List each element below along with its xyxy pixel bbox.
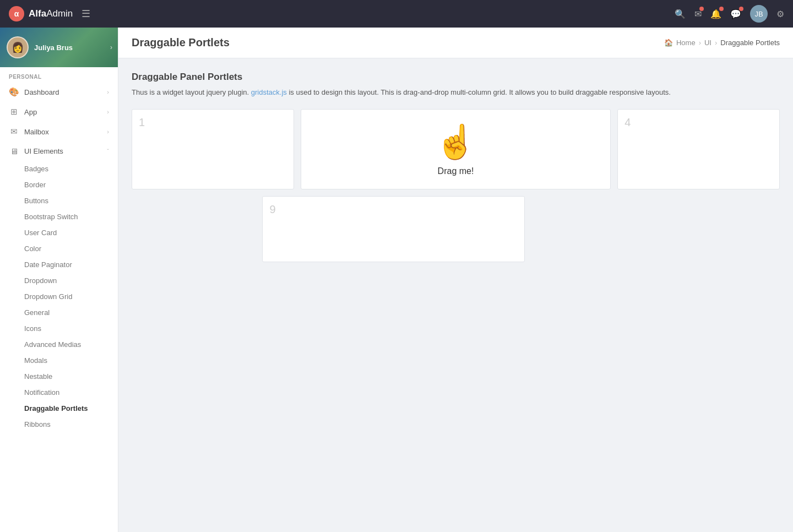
drag-hand-icon: ☝	[435, 122, 476, 162]
mailbox-icon: ✉	[9, 127, 19, 137]
breadcrumb: 🏠 Home › UI › Draggable Portlets	[664, 39, 780, 47]
chat-badge	[739, 7, 743, 11]
breadcrumb-current: Draggable Portlets	[720, 39, 780, 47]
ui-icon: 🖥	[9, 146, 19, 156]
mail-badge	[699, 7, 704, 11]
panel-desc: Thus is a widget layout jquery plugin. g…	[132, 87, 780, 98]
sidebar-user[interactable]: 👩 Juliya Brus ›	[0, 28, 118, 67]
chat-icon[interactable]: 💬	[730, 9, 741, 19]
sidebar-item-general[interactable]: General	[0, 305, 118, 321]
sidebar-item-border[interactable]: Border	[0, 177, 118, 193]
brand: α AlfaAdmin	[9, 6, 73, 21]
sidebar: 👩 Juliya Brus › PERSONAL 🎨 Dashboard › ⊞…	[0, 28, 118, 532]
chevron-down-icon: ˇ	[107, 148, 109, 155]
hamburger-button[interactable]: ☰	[82, 8, 90, 20]
sidebar-item-nestable[interactable]: Nestable	[0, 368, 118, 384]
breadcrumb-home[interactable]: Home	[676, 39, 696, 47]
bell-badge	[719, 7, 724, 11]
portlet-num-4: 4	[624, 116, 773, 129]
user-avatar[interactable]: JB	[750, 5, 768, 23]
breadcrumb-sep2: ›	[715, 39, 717, 47]
page-header: Draggable Portlets 🏠 Home › UI › Draggab…	[118, 28, 793, 58]
portlet-1[interactable]: 1	[132, 109, 294, 189]
chevron-icon: ›	[107, 89, 109, 95]
dashboard-icon: 🎨	[9, 87, 19, 97]
sidebar-item-label: Dashboard	[24, 88, 59, 96]
sidebar-item-buttons[interactable]: Buttons	[0, 193, 118, 209]
sidebar-item-modals[interactable]: Modals	[0, 352, 118, 368]
portlet-spacer	[132, 196, 256, 262]
portlet-row-4: 9	[132, 196, 780, 262]
breadcrumb-home-icon: 🏠	[664, 39, 673, 47]
sidebar-item-date-paginator[interactable]: Date Paginator	[0, 257, 118, 273]
topnav-right: 🔍 ✉ 🔔 💬 JB ⚙	[675, 5, 784, 23]
chevron-icon: ›	[107, 128, 109, 135]
sidebar-item-ribbons[interactable]: Ribbons	[0, 416, 118, 432]
sidebar-item-label: Mailbox	[24, 128, 49, 136]
gear-icon[interactable]: ⚙	[776, 9, 784, 19]
portlet-spacer2	[531, 196, 780, 262]
sidebar-item-user-card[interactable]: User Card	[0, 225, 118, 241]
layout: 👩 Juliya Brus › PERSONAL 🎨 Dashboard › ⊞…	[0, 28, 793, 532]
main-content: Draggable Portlets 🏠 Home › UI › Draggab…	[118, 28, 793, 532]
sidebar-username: Juliya Brus	[34, 44, 73, 52]
gridstack-link[interactable]: gridstack.js	[251, 88, 287, 96]
chevron-icon: ›	[107, 108, 109, 115]
sidebar-item-dropdown[interactable]: Dropdown	[0, 273, 118, 289]
portlet-row-1: 1 ☝ Drag me! 4	[132, 109, 780, 189]
bell-icon[interactable]: 🔔	[710, 9, 721, 19]
portlet-9[interactable]: 9	[262, 196, 525, 262]
mail-icon[interactable]: ✉	[694, 9, 702, 19]
avatar: 👩	[7, 36, 29, 58]
breadcrumb-ui[interactable]: UI	[704, 39, 711, 47]
portlet-layout: 1 ☝ Drag me! 4	[132, 109, 780, 262]
sidebar-item-color[interactable]: Color	[0, 241, 118, 257]
main-area: Draggable Panel Portlets Thus is a widge…	[118, 58, 793, 275]
brand-name: AlfaAdmin	[29, 8, 73, 19]
sidebar-item-dashboard[interactable]: 🎨 Dashboard ›	[0, 82, 118, 102]
app-icon: ⊞	[9, 107, 19, 117]
sidebar-item-badges[interactable]: Badges	[0, 161, 118, 177]
portlet-drag[interactable]: ☝ Drag me!	[301, 109, 611, 189]
drag-label: Drag me!	[438, 166, 474, 176]
sidebar-user-chevron: ›	[110, 44, 112, 51]
sidebar-item-draggable-portlets[interactable]: Draggable Portlets	[0, 400, 118, 416]
topnav-left: α AlfaAdmin ☰	[9, 6, 90, 21]
brand-logo: α	[9, 6, 24, 21]
panel-title: Draggable Panel Portlets	[132, 72, 780, 83]
portlet-num-1: 1	[139, 116, 287, 129]
sidebar-item-dropdown-grid[interactable]: Dropdown Grid	[0, 289, 118, 305]
breadcrumb-sep1: ›	[699, 39, 701, 47]
portlet-4[interactable]: 4	[617, 109, 780, 189]
sidebar-item-notification[interactable]: Notification	[0, 384, 118, 400]
topnav: α AlfaAdmin ☰ 🔍 ✉ 🔔 💬 JB ⚙	[0, 0, 793, 28]
page-title: Draggable Portlets	[132, 36, 230, 49]
sidebar-item-label: App	[24, 108, 37, 116]
sidebar-item-ui-elements[interactable]: 🖥 UI Elements ˇ	[0, 142, 118, 161]
drag-center: ☝ Drag me!	[308, 116, 604, 182]
sidebar-item-bootstrap-switch[interactable]: Bootstrap Switch	[0, 209, 118, 225]
sidebar-item-label: UI Elements	[24, 147, 63, 155]
sidebar-item-icons[interactable]: Icons	[0, 321, 118, 336]
sidebar-item-advanced-medias[interactable]: Advanced Medias	[0, 336, 118, 352]
sidebar-item-mailbox[interactable]: ✉ Mailbox ›	[0, 122, 118, 142]
portlet-num-9: 9	[269, 203, 518, 216]
sidebar-item-app[interactable]: ⊞ App ›	[0, 102, 118, 122]
sidebar-section-label: PERSONAL	[0, 67, 118, 82]
search-icon[interactable]: 🔍	[675, 9, 686, 19]
